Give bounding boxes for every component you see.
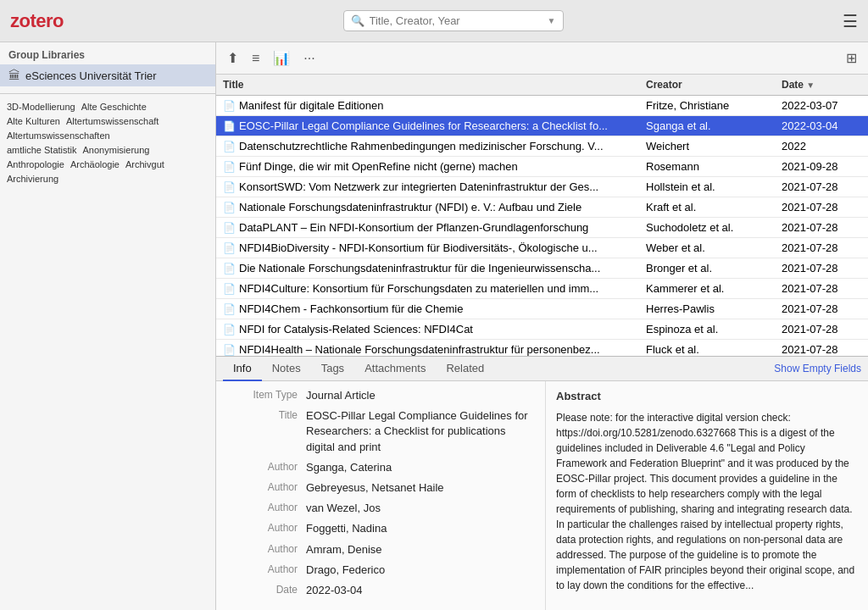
tag-item[interactable]: Altertumswissenschaft bbox=[64, 115, 160, 127]
tag-item[interactable]: 3D-Modellierung bbox=[5, 101, 77, 113]
table-row[interactable]: 📄NFDI for Catalysis-Related Sciences: NF… bbox=[216, 319, 868, 340]
table-row[interactable]: 📄Nationale Forschungsdateninfrastruktur … bbox=[216, 197, 868, 218]
creator-cell: Suchodoletz et al. bbox=[639, 218, 775, 238]
upload-button[interactable]: ⬆ bbox=[223, 47, 242, 69]
tab-related[interactable]: Related bbox=[436, 357, 494, 381]
field-label: Author bbox=[230, 542, 306, 555]
date-cell: 2021-07-28 bbox=[775, 197, 868, 218]
table-row[interactable]: 📄NFDI4Health – Nationale Forschungsdaten… bbox=[216, 340, 868, 357]
field-label: Item Type bbox=[230, 388, 306, 401]
title-cell: 📄NFDI4Culture: Konsortium für Forschungs… bbox=[216, 279, 639, 299]
abstract-label: Abstract bbox=[556, 388, 858, 405]
group-libraries-label: Group Libraries bbox=[0, 42, 215, 64]
table-row[interactable]: 📄EOSC-Pillar Legal Compliance Guidelines… bbox=[216, 116, 868, 136]
date-column-header[interactable]: Date ▼ bbox=[775, 75, 868, 96]
field-label: Author bbox=[230, 521, 306, 534]
library-item[interactable]: 🏛 eSciences Universität Trier bbox=[0, 64, 215, 86]
field-row: AuthorGebreyesus, Netsanet Haile bbox=[230, 480, 531, 496]
field-row: AuthorFoggetti, Nadina bbox=[230, 521, 531, 536]
creator-cell: Bronger et al. bbox=[639, 258, 775, 279]
search-dropdown-icon[interactable]: ▼ bbox=[548, 16, 556, 25]
field-label: Author bbox=[230, 480, 306, 493]
field-value: Gebreyesus, Netsanet Haile bbox=[306, 480, 531, 496]
tab-attachments[interactable]: Attachments bbox=[354, 357, 436, 381]
tag-row: 3D-ModellierungAlte Geschichte bbox=[5, 101, 210, 113]
tag-item[interactable]: Archivierung bbox=[5, 173, 60, 185]
table-row[interactable]: 📄NFDI4Chem - Fachkonsortium für die Chem… bbox=[216, 299, 868, 319]
date-cell: 2021-07-28 bbox=[775, 340, 868, 357]
date-cell: 2021-09-28 bbox=[775, 157, 868, 177]
table-row[interactable]: 📄Datenschutzrechtliche Rahmenbedingungen… bbox=[216, 136, 868, 157]
doc-icon: 📄 bbox=[223, 120, 236, 132]
table-row[interactable]: 📄Die Nationale Forschungsdateninfrastruk… bbox=[216, 258, 868, 279]
field-value: van Wezel, Jos bbox=[306, 501, 531, 516]
columns-button[interactable]: ⊞ bbox=[842, 47, 861, 69]
detail-abstract: Abstract Please note: for the interactiv… bbox=[545, 381, 868, 610]
menu-button[interactable]: ☰ bbox=[843, 11, 858, 31]
tag-item[interactable]: amtliche Statistik bbox=[5, 144, 79, 156]
search-input[interactable] bbox=[370, 14, 542, 27]
tag-item[interactable]: Altertumswissenschaften bbox=[5, 130, 112, 141]
topbar: zotero 🔍 ▼ ☰ bbox=[0, 0, 868, 42]
tag-row: amtliche StatistikAnonymisierung bbox=[5, 144, 210, 156]
field-value: Amram, Denise bbox=[306, 542, 531, 557]
creator-cell: Kraft et al. bbox=[639, 197, 775, 218]
title-cell: 📄Nationale Forschungsdateninfrastruktur … bbox=[216, 197, 639, 218]
more-button[interactable]: ··· bbox=[299, 48, 319, 69]
creator-column-header[interactable]: Creator bbox=[639, 75, 775, 96]
field-label: Title bbox=[230, 408, 306, 421]
table-row[interactable]: 📄NFDI4BioDiversity - NFDI-Konsortium für… bbox=[216, 238, 868, 258]
search-icon: 🔍 bbox=[351, 14, 364, 27]
table-row[interactable]: 📄DataPLANT – Ein NFDI-Konsortium der Pfl… bbox=[216, 218, 868, 238]
table-row[interactable]: 📄Fünf Dinge, die wir mit OpenRefine nich… bbox=[216, 157, 868, 177]
table-body: 📄Manifest für digitale EditionenFritze, … bbox=[216, 96, 868, 357]
doc-icon: 📄 bbox=[223, 161, 236, 173]
tag-item[interactable]: Alte Geschichte bbox=[80, 101, 148, 113]
show-empty-fields-button[interactable]: Show Empty Fields bbox=[774, 358, 861, 380]
tag-item[interactable]: Anthropologie bbox=[5, 158, 66, 170]
field-value: Drago, Federico bbox=[306, 563, 531, 578]
tab-info[interactable]: Info bbox=[223, 357, 262, 381]
table-row[interactable]: 📄Manifest für digitale EditionenFritze, … bbox=[216, 96, 868, 116]
doc-icon: 📄 bbox=[223, 141, 236, 152]
doc-icon: 📄 bbox=[223, 344, 236, 356]
search-box: 🔍 ▼ bbox=[343, 10, 564, 31]
table-area[interactable]: Title Creator Date ▼ 📄Manifest für digit… bbox=[216, 75, 868, 356]
field-row: Item TypeJournal Article bbox=[230, 388, 531, 403]
table-row[interactable]: 📄NFDI4Culture: Konsortium für Forschungs… bbox=[216, 279, 868, 299]
table-row[interactable]: 📄KonsortSWD: Vom Netzwerk zur integriert… bbox=[216, 177, 868, 197]
title-cell: 📄EOSC-Pillar Legal Compliance Guidelines… bbox=[216, 116, 639, 136]
tag-item[interactable]: Archivgut bbox=[124, 158, 166, 170]
chart-button[interactable]: 📊 bbox=[269, 47, 294, 69]
title-column-header[interactable]: Title bbox=[216, 75, 639, 96]
tag-row: Archivierung bbox=[5, 173, 210, 185]
list-button[interactable]: ≡ bbox=[248, 48, 264, 69]
creator-cell: Sganga et al. bbox=[639, 116, 775, 136]
detail-tabs: InfoNotesTagsAttachmentsRelatedShow Empt… bbox=[216, 357, 868, 381]
sort-icon: ▼ bbox=[806, 80, 815, 90]
doc-icon: 📄 bbox=[223, 181, 236, 193]
tab-tags[interactable]: Tags bbox=[311, 357, 354, 381]
tag-item[interactable]: Alte Kulturen bbox=[5, 115, 62, 127]
date-cell: 2021-07-28 bbox=[775, 177, 868, 197]
tag-item[interactable]: Anonymisierung bbox=[81, 144, 152, 156]
tag-item[interactable]: Archäologie bbox=[69, 158, 121, 170]
library-name: eSciences Universität Trier bbox=[25, 69, 157, 82]
tab-notes[interactable]: Notes bbox=[262, 357, 311, 381]
date-cell: 2022 bbox=[775, 136, 868, 157]
right-panel: ⬆ ≡ 📊 ··· ⊞ Title Creator Date ▼ 📄Manife… bbox=[216, 42, 868, 610]
field-row: TitleEOSC-Pillar Legal Compliance Guidel… bbox=[230, 408, 531, 455]
doc-icon: 📄 bbox=[223, 242, 236, 254]
toolbar: ⬆ ≡ 📊 ··· ⊞ bbox=[216, 42, 868, 75]
date-cell: 2022-03-04 bbox=[775, 116, 868, 136]
date-cell: 2021-07-28 bbox=[775, 258, 868, 279]
creator-cell: Herres-Pawlis bbox=[639, 299, 775, 319]
doc-icon: 📄 bbox=[223, 202, 236, 214]
creator-cell: Hollstein et al. bbox=[639, 177, 775, 197]
field-label: Author bbox=[230, 460, 306, 473]
main-layout: Group Libraries 🏛 eSciences Universität … bbox=[0, 42, 868, 610]
field-value: Sganga, Caterina bbox=[306, 460, 531, 475]
abstract-text: Please note: for the interactive digital… bbox=[556, 410, 858, 593]
title-cell: 📄Fünf Dinge, die wir mit OpenRefine nich… bbox=[216, 157, 639, 177]
creator-cell: Rosemann bbox=[639, 157, 775, 177]
